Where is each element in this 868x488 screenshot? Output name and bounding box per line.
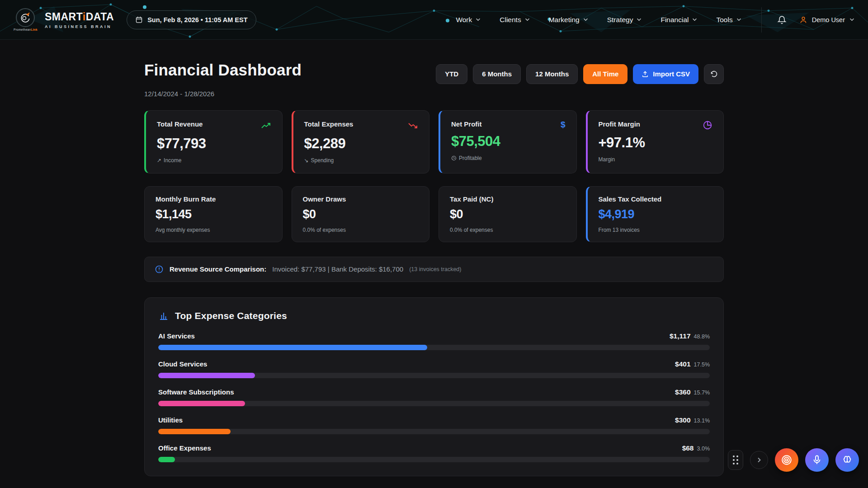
progress-bar-track	[158, 373, 710, 378]
progress-bar-fill	[158, 429, 231, 434]
clock-icon	[451, 155, 457, 161]
arrow-up-right-icon: ↗	[157, 157, 161, 164]
kpi-subtext: ↘Spending	[304, 157, 419, 164]
kpi-subtext: 0.0% of expenses	[303, 227, 419, 233]
nav-item-strategy[interactable]: Strategy	[607, 16, 642, 24]
kpi-label: Sales Tax Collected	[599, 195, 662, 203]
nav-item-marketing[interactable]: Marketing	[549, 16, 588, 24]
time-filter-toolbar: YTD 6 Months 12 Months All Time Import C…	[436, 64, 724, 84]
dollar-sign-icon: $	[561, 120, 566, 129]
kpi-label: Total Revenue	[157, 120, 203, 128]
progress-bar-track	[158, 345, 710, 350]
kpi-label: Monthly Burn Rate	[156, 195, 216, 203]
kpi-card-total-expenses: Total Expenses $2,289 ↘Spending	[292, 110, 430, 174]
refresh-button[interactable]	[704, 64, 724, 84]
brand-name: SMARTiDATA	[45, 11, 114, 23]
trending-up-icon	[260, 120, 271, 131]
nav-item-work[interactable]: Work	[456, 16, 481, 24]
kpi-subtext: ↗Income	[157, 157, 271, 164]
kpi-subtext: Margin	[599, 156, 713, 163]
chevron-down-icon	[736, 18, 741, 21]
kpi-value: $2,289	[304, 136, 419, 152]
logo-caption: PrometheanLink	[14, 28, 38, 31]
focus-target-button[interactable]	[775, 448, 798, 472]
import-csv-button[interactable]: Import CSV	[633, 64, 698, 84]
promethean-flame-icon	[19, 12, 31, 23]
nav-item-financial[interactable]: Financial	[660, 16, 697, 24]
kpi-subtext: Avg monthly expenses	[156, 227, 271, 233]
kpi-label: Net Profit	[451, 120, 482, 128]
kpi-card-monthly-burn-rate: Monthly Burn Rate $1,145 Avg monthly exp…	[144, 186, 283, 242]
chevron-right-icon	[756, 457, 762, 463]
expense-row-cloud-services: Cloud Services $401 17.5%	[158, 360, 710, 378]
drag-handle[interactable]	[728, 450, 743, 470]
category-amount: $300	[675, 416, 690, 424]
arrow-down-right-icon: ↘	[304, 157, 309, 164]
category-percent: 48.8%	[694, 333, 710, 340]
pie-chart-icon	[703, 120, 712, 130]
expense-row-ai-services: AI Services $1,117 48.8%	[158, 332, 710, 350]
category-label: Utilities	[158, 416, 183, 424]
grip-dots-icon	[733, 455, 738, 465]
progress-bar-fill	[158, 373, 255, 378]
top-expense-categories-card: Top Expense Categories AI Services $1,11…	[144, 297, 724, 476]
datetime-pill: Sun, Feb 8, 2026 • 11:05 AM EST	[127, 10, 256, 29]
bar-chart-icon	[158, 310, 169, 321]
brand[interactable]: PrometheanLink SMARTiDATA AI BUSINESS BR…	[14, 8, 114, 31]
kpi-value: $77,793	[157, 136, 271, 152]
collapse-panel-button[interactable]	[750, 451, 768, 469]
nav-item-clients[interactable]: Clients	[500, 16, 529, 24]
kpi-subtext: From 13 invoices	[599, 227, 713, 233]
kpi-card-sales-tax-collected: Sales Tax Collected $4,919 From 13 invoi…	[586, 186, 724, 242]
banner-detail: Invoiced: $77,793 | Bank Deposits: $16,7…	[272, 265, 403, 273]
kpi-card-profit-margin: Profit Margin +97.1% Margin	[586, 110, 724, 174]
microphone-icon	[811, 455, 822, 465]
category-amount: $360	[675, 388, 690, 396]
kpi-value: $0	[450, 207, 566, 221]
progress-bar-track	[158, 457, 710, 462]
company-logo: PrometheanLink	[14, 8, 38, 31]
category-percent: 15.7%	[694, 389, 710, 396]
progress-bar-track	[158, 429, 710, 434]
filter-12-months-button[interactable]: 12 Months	[526, 64, 578, 84]
category-label: Software Subscriptions	[158, 388, 234, 396]
revenue-source-banner: Revenue Source Comparison: Invoiced: $77…	[144, 257, 724, 282]
dashboard-main: Financial Dashboard 12/14/2024 - 1/28/20…	[144, 40, 724, 488]
trending-down-icon	[407, 120, 418, 131]
top-header: PrometheanLink SMARTiDATA AI BUSINESS BR…	[0, 0, 868, 40]
voice-assistant-button[interactable]	[805, 448, 829, 472]
category-amount: $68	[682, 444, 694, 452]
progress-bar-track	[158, 401, 710, 406]
kpi-card-net-profit: Net Profit $ $75,504 Profitable	[439, 110, 577, 174]
category-percent: 3.0%	[697, 446, 710, 452]
kpi-label: Owner Draws	[303, 195, 346, 203]
filter-all-time-button[interactable]: All Time	[583, 64, 627, 84]
floating-action-buttons	[728, 448, 859, 472]
nav-item-tools[interactable]: Tools	[716, 16, 741, 24]
notifications-bell-icon[interactable]	[777, 15, 787, 25]
ai-brain-button[interactable]	[835, 448, 859, 472]
progress-bar-fill	[158, 345, 427, 350]
kpi-card-owner-draws: Owner Draws $0 0.0% of expenses	[292, 186, 430, 242]
category-amount: $401	[675, 360, 690, 368]
kpi-label: Tax Paid (NC)	[450, 195, 493, 203]
filter-6-months-button[interactable]: 6 Months	[473, 64, 521, 84]
kpi-value: $4,919	[599, 207, 713, 221]
chevron-down-icon	[476, 18, 481, 21]
expense-row-software-subscriptions: Software Subscriptions $360 15.7%	[158, 388, 710, 406]
user-menu[interactable]: Demo User	[799, 16, 854, 24]
category-percent: 13.1%	[694, 418, 710, 424]
banner-note: (13 invoices tracked)	[409, 266, 461, 272]
category-label: Office Expenses	[158, 444, 211, 452]
upload-icon	[642, 70, 649, 78]
calendar-icon	[135, 16, 143, 23]
progress-bar-fill	[158, 457, 175, 462]
section-title: Top Expense Categories	[175, 310, 287, 321]
kpi-value: $75,504	[451, 133, 566, 150]
kpi-label: Total Expenses	[304, 120, 354, 128]
brand-tagline: AI BUSINESS BRAIN	[45, 24, 114, 29]
filter-ytd-button[interactable]: YTD	[436, 64, 467, 84]
kpi-subtext: 0.0% of expenses	[450, 227, 566, 233]
kpi-card-total-revenue: Total Revenue $77,793 ↗Income	[144, 110, 283, 174]
chevron-down-icon	[849, 18, 854, 21]
